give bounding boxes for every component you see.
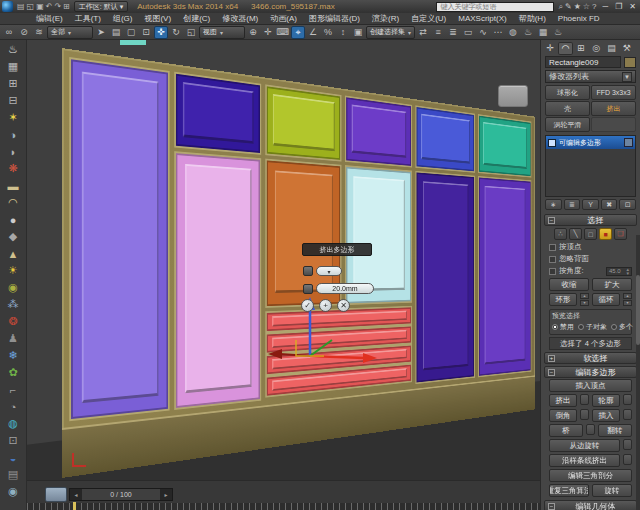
menu-item[interactable]: 编辑(E) bbox=[30, 13, 69, 24]
edit-polygons-header[interactable]: −编辑多边形 bbox=[544, 366, 637, 378]
modifier-button[interactable] bbox=[591, 117, 636, 132]
menu-item[interactable]: Phoenix FD bbox=[552, 14, 606, 23]
top-panel-olive[interactable] bbox=[267, 86, 341, 160]
spline-settings-button[interactable] bbox=[623, 454, 632, 465]
toolbar-button[interactable]: ⊘ bbox=[17, 26, 31, 39]
toolbar-button[interactable]: ♨ bbox=[521, 26, 535, 39]
by-angle-checkbox[interactable] bbox=[549, 268, 556, 275]
caddy-height-field[interactable]: 20.0mm bbox=[316, 283, 374, 294]
ring-spinner[interactable]: ▴▾ bbox=[580, 293, 589, 306]
left-toolbar-icon[interactable]: ◒ bbox=[2, 449, 24, 466]
left-toolbar-icon[interactable]: ◔ bbox=[2, 398, 24, 415]
subobject-button[interactable]: □ bbox=[584, 228, 597, 240]
panel-tab[interactable]: ◎ bbox=[589, 42, 603, 55]
left-toolbar-icon[interactable]: ⊟ bbox=[2, 92, 24, 109]
prev-frame-button[interactable]: ◂ bbox=[70, 491, 82, 498]
left-toolbar-icon[interactable]: ❄ bbox=[2, 347, 24, 364]
bevel-button[interactable]: 倒角 bbox=[549, 409, 577, 422]
toolbar-button[interactable]: ⊡ bbox=[139, 26, 153, 39]
door-panel-purple[interactable] bbox=[71, 59, 168, 419]
left-toolbar-icon[interactable]: ◉ bbox=[2, 279, 24, 296]
title-bar-icon[interactable]: ☆ bbox=[582, 2, 591, 11]
left-toolbar-icon[interactable]: ▦ bbox=[2, 58, 24, 75]
toolbar-button[interactable]: ⊕ bbox=[246, 26, 260, 39]
modifier-button[interactable]: 挤出 bbox=[591, 101, 636, 116]
left-toolbar-icon[interactable]: ◗ bbox=[2, 143, 24, 160]
left-toolbar-icon[interactable]: ⁂ bbox=[2, 296, 24, 313]
toolbar-button[interactable]: ≡ bbox=[431, 26, 445, 39]
quick-access-icon[interactable]: ◱ bbox=[26, 2, 36, 11]
object-name-field[interactable]: Rectangle009 bbox=[545, 56, 621, 68]
bridge-settings-button[interactable] bbox=[586, 424, 595, 435]
soft-selection-header[interactable]: +软选择 bbox=[544, 352, 637, 364]
quick-access-icon[interactable]: ⊞ bbox=[62, 2, 71, 11]
modifier-stack[interactable]: 可编辑多边形 bbox=[545, 135, 636, 197]
preview-radio[interactable]: 禁用 bbox=[552, 322, 574, 332]
left-toolbar-icon[interactable]: ⊞ bbox=[2, 75, 24, 92]
toolbar-button[interactable]: ✛ bbox=[261, 26, 275, 39]
toolbar-button[interactable]: ▣ bbox=[351, 26, 365, 39]
stack-tool-button[interactable]: Y bbox=[582, 199, 599, 210]
stack-tool-button[interactable]: ⊡ bbox=[619, 199, 636, 210]
toolbar-button[interactable]: ↕ bbox=[336, 26, 350, 39]
caddy-cancel-button[interactable]: ✕ bbox=[337, 299, 350, 312]
3dsmax-logo-icon[interactable] bbox=[2, 1, 13, 12]
left-toolbar-icon[interactable]: ♨ bbox=[2, 41, 24, 58]
panel-scrollbar-thumb[interactable] bbox=[636, 275, 640, 345]
toolbar-button[interactable]: ♨ bbox=[551, 26, 565, 39]
subobject-button[interactable]: ■ bbox=[599, 228, 612, 240]
perspective-viewport[interactable]: 挤出多边形 ▾ 20.0mm ✓ + ✕ bbox=[27, 40, 540, 480]
by-vertex-row[interactable]: 按顶点 bbox=[544, 241, 637, 253]
loop-button[interactable]: 循环 bbox=[592, 293, 620, 306]
title-bar-icon[interactable]: ★ bbox=[573, 2, 582, 11]
toolbar-button[interactable]: ⋯ bbox=[491, 26, 505, 39]
grow-button[interactable]: 扩大 bbox=[592, 278, 632, 291]
toolbar-button[interactable]: ✜ bbox=[154, 26, 168, 39]
toolbar-button[interactable]: ↻ bbox=[169, 26, 183, 39]
menu-item[interactable]: 修改器(M) bbox=[216, 13, 264, 24]
scene-object-box[interactable] bbox=[498, 85, 528, 107]
shrink-button[interactable]: 收缩 bbox=[549, 278, 589, 291]
toolbar-button[interactable]: ◱ bbox=[184, 26, 198, 39]
toolbar-button[interactable]: ⌨ bbox=[276, 26, 290, 39]
left-toolbar-icon[interactable]: ✿ bbox=[2, 364, 24, 381]
left-toolbar-icon[interactable]: ♟ bbox=[2, 330, 24, 347]
toolbar-button[interactable]: ∞ bbox=[2, 26, 16, 39]
toolbar-button[interactable]: ⌖ bbox=[291, 26, 305, 39]
turn-button[interactable]: 旋转 bbox=[592, 484, 632, 497]
menu-item[interactable]: MAXScript(X) bbox=[452, 14, 512, 23]
toolbar-button[interactable]: ≋ bbox=[32, 26, 46, 39]
subobject-button[interactable]: ╲ bbox=[569, 228, 582, 240]
toolbar-button[interactable]: ▤ bbox=[109, 26, 123, 39]
left-toolbar-icon[interactable]: ◑ bbox=[2, 126, 24, 143]
left-toolbar-icon[interactable]: ● bbox=[2, 211, 24, 228]
next-frame-button[interactable]: ▸ bbox=[160, 491, 172, 498]
extrude-button[interactable]: 挤出 bbox=[549, 394, 577, 407]
minimize-button[interactable]: ─ bbox=[600, 2, 610, 11]
top-panel-purple[interactable] bbox=[346, 97, 411, 166]
preview-radio[interactable]: 多个 bbox=[611, 322, 633, 332]
toolbar-button[interactable]: ➤ bbox=[94, 26, 108, 39]
quick-access-icon[interactable]: ▣ bbox=[35, 2, 45, 11]
close-button[interactable]: ✕ bbox=[627, 2, 638, 11]
left-toolbar-icon[interactable]: ◉ bbox=[2, 483, 24, 500]
left-toolbar-icon[interactable]: ⊡ bbox=[2, 432, 24, 449]
modifier-button[interactable]: 涡轮平滑 bbox=[545, 117, 590, 132]
menu-item[interactable]: 视图(V) bbox=[138, 13, 177, 24]
stack-item-editable-poly[interactable]: 可编辑多边形 bbox=[546, 136, 635, 149]
toolbar-button[interactable]: ▭ bbox=[461, 26, 475, 39]
left-toolbar-icon[interactable]: ▤ bbox=[2, 466, 24, 483]
door-panel-violet[interactable] bbox=[479, 177, 531, 375]
ignore-backfacing-checkbox[interactable] bbox=[549, 256, 556, 263]
flip-button[interactable]: 翻转 bbox=[598, 424, 632, 437]
menu-item[interactable]: 组(G) bbox=[107, 13, 139, 24]
title-bar-icon[interactable]: ? bbox=[591, 2, 597, 11]
toolbar-button[interactable]: 视图 bbox=[199, 26, 245, 39]
stack-tool-button[interactable]: ∗ bbox=[545, 199, 562, 210]
toolbar-button[interactable]: % bbox=[321, 26, 335, 39]
caddy-group-dropdown[interactable]: ▾ bbox=[316, 266, 342, 276]
modifier-button[interactable]: FFD 3x3x3 bbox=[591, 85, 636, 100]
panel-tab[interactable]: ⚒ bbox=[620, 42, 634, 55]
toolbar-button[interactable]: ◍ bbox=[506, 26, 520, 39]
subobject-button[interactable]: ❑ bbox=[614, 228, 627, 240]
